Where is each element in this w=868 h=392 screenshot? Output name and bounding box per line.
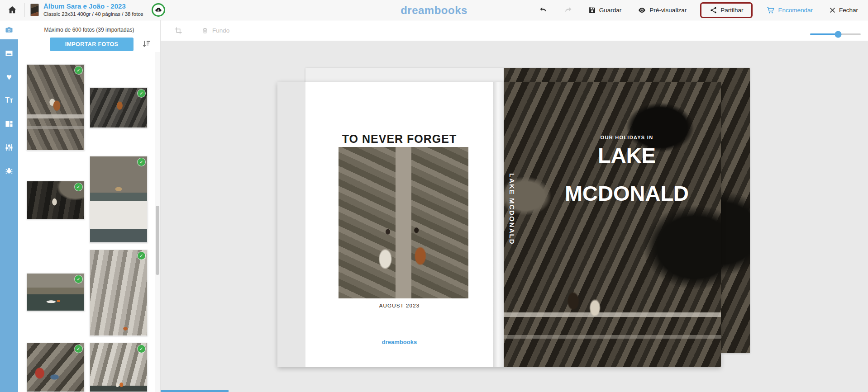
- back-cover-page[interactable]: TO NEVER FORGET AUGUST 2023 dreambooks: [305, 82, 493, 367]
- panel-scrollbar-thumb[interactable]: [156, 206, 159, 275]
- check-icon: [138, 252, 145, 260]
- sticker-icon: [5, 166, 14, 175]
- photobook-editor: Álbum Sara e João - 2023 Classic 23x31 4…: [0, 0, 868, 392]
- topbar-actions: Guardar Pré-visualizar Partilhar: [537, 2, 868, 18]
- share-label: Partilhar: [720, 7, 743, 14]
- back-cover-caption[interactable]: AUGUST 2023: [305, 303, 493, 308]
- share-icon: [710, 6, 717, 14]
- undo-button[interactable]: [537, 4, 550, 16]
- heart-icon: ♥: [6, 72, 12, 81]
- crop-button[interactable]: [172, 26, 185, 35]
- sidebar-item-layouts[interactable]: [0, 114, 18, 133]
- home-button[interactable]: [5, 3, 19, 17]
- order-label: Encomendar: [778, 7, 813, 14]
- preview-label: Pré-visualizar: [649, 7, 687, 14]
- share-highlight-box: Partilhar: [700, 2, 753, 18]
- redo-button[interactable]: [561, 4, 575, 16]
- layouts-icon: [5, 119, 14, 128]
- back-cover-title[interactable]: TO NEVER FORGET: [305, 132, 493, 146]
- background-label: Fundo: [212, 27, 229, 34]
- photo-thumbnail[interactable]: [90, 250, 148, 336]
- photo-thumbnail[interactable]: [27, 273, 85, 311]
- zoom-slider-fill: [810, 33, 838, 35]
- check-icon: [75, 345, 82, 353]
- check-icon: [75, 275, 82, 283]
- zoom-slider-knob[interactable]: [835, 31, 841, 38]
- sidebar-item-photos[interactable]: [0, 20, 18, 39]
- text-icon: Tᴛ: [5, 96, 13, 104]
- photo-thumbnail[interactable]: [27, 181, 85, 219]
- cart-icon: [766, 6, 775, 14]
- eye-icon: [638, 6, 646, 14]
- save-label: Guardar: [599, 7, 622, 14]
- front-cover-text-block[interactable]: OUR HOLIDAYS IN LAKE MCDONALD: [504, 135, 750, 204]
- sidebar-item-images[interactable]: [0, 44, 18, 63]
- spine-fold: [493, 82, 504, 367]
- order-button[interactable]: Encomendar: [763, 5, 816, 15]
- photo-thumbnail[interactable]: [27, 64, 85, 151]
- bottom-scroll-strip[interactable]: [159, 390, 229, 392]
- sidebar-item-text[interactable]: Tᴛ: [0, 91, 18, 110]
- front-cover-title-line1[interactable]: LAKE: [504, 145, 750, 166]
- photo-thumbnail[interactable]: [90, 87, 148, 128]
- zoom-slider[interactable]: [810, 33, 861, 35]
- preview-button[interactable]: Pré-visualizar: [635, 5, 689, 15]
- upload-status-badge[interactable]: [152, 3, 165, 17]
- sidebar-item-adjustments[interactable]: [0, 138, 18, 157]
- home-icon: [7, 5, 17, 15]
- panel-scrollbar-track[interactable]: [155, 52, 160, 392]
- save-icon: [588, 6, 596, 14]
- share-button[interactable]: Partilhar: [707, 6, 746, 14]
- photo-thumbnail[interactable]: [90, 156, 148, 243]
- trash-icon: [201, 27, 209, 34]
- cover-spread: TO NEVER FORGET AUGUST 2023 dreambooks: [277, 82, 721, 367]
- top-bar: Álbum Sara e João - 2023 Classic 23x31 4…: [0, 0, 868, 20]
- sort-order-icon: [142, 39, 151, 48]
- crop-icon: [174, 27, 182, 35]
- close-button[interactable]: Fechar: [826, 6, 861, 14]
- sidebar-item-favorites[interactable]: ♥: [0, 67, 18, 86]
- images-icon: [5, 49, 14, 58]
- check-icon: [138, 90, 145, 97]
- cloud-upload-icon: [154, 6, 162, 14]
- album-cover-thumbnail[interactable]: [30, 4, 39, 16]
- redo-icon: [563, 5, 573, 14]
- check-icon: [138, 158, 145, 166]
- check-icon: [75, 66, 82, 74]
- photo-panel: Máximo de 600 fotos (39 importadas) IMPO…: [18, 20, 161, 392]
- topbar-left-group: Álbum Sara e João - 2023 Classic 23x31 4…: [0, 2, 165, 17]
- front-cover-photo[interactable]: [504, 82, 721, 367]
- check-icon: [75, 183, 82, 191]
- front-cover-title-line2[interactable]: MCDONALD: [504, 183, 750, 204]
- album-subtitle: Classic 23x31 400gr / 40 páginas / 38 fo…: [43, 11, 143, 17]
- camera-icon: [5, 25, 14, 34]
- back-cover-brand: dreambooks: [305, 339, 493, 345]
- adjustments-icon: [5, 143, 14, 152]
- album-meta: Álbum Sara e João - 2023 Classic 23x31 4…: [43, 2, 143, 17]
- tool-rail: ♥ Tᴛ: [0, 20, 18, 392]
- photo-limit-text: Máximo de 600 fotos (39 importadas): [18, 27, 160, 33]
- undo-icon: [539, 5, 548, 14]
- check-icon: [138, 345, 145, 353]
- background-delete-button[interactable]: Fundo: [199, 26, 232, 35]
- sort-order-button[interactable]: [141, 38, 152, 51]
- front-cover-kicker[interactable]: OUR HOLIDAYS IN: [504, 135, 750, 140]
- album-title[interactable]: Álbum Sara e João - 2023: [43, 2, 143, 11]
- close-label: Fechar: [839, 7, 858, 14]
- import-photos-button[interactable]: IMPORTAR FOTOS: [50, 38, 134, 51]
- photo-thumbnail[interactable]: [27, 343, 85, 392]
- photo-thumbnail[interactable]: [90, 343, 148, 392]
- photo-thumbnail-list: [18, 59, 161, 392]
- sidebar-item-stickers[interactable]: [0, 161, 18, 180]
- divider: [24, 3, 25, 17]
- save-button[interactable]: Guardar: [586, 6, 625, 14]
- back-cover-photo[interactable]: [339, 147, 468, 298]
- editor-canvas: Fundo TO NEVER FORGET AUGUST 2023 dreamb…: [161, 20, 868, 392]
- close-icon: [829, 7, 836, 14]
- canvas-toolbar: Fundo: [161, 20, 868, 41]
- import-row: IMPORTAR FOTOS: [18, 38, 160, 51]
